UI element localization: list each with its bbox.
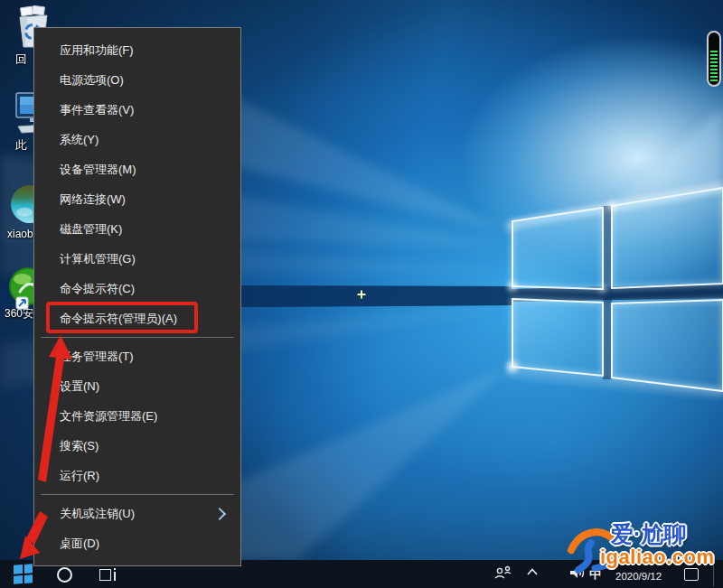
menu-item-power-options[interactable]: 电源选项(O) — [34, 65, 240, 95]
windows-logo-icon — [24, 574, 33, 583]
menu-item-system[interactable]: 系统(Y) — [34, 125, 240, 154]
menu-separator — [41, 494, 234, 495]
menu-item-desktop[interactable]: 桌面(D) — [34, 528, 240, 558]
volume-level-indicator — [707, 31, 721, 87]
submenu-chevron-icon — [213, 507, 226, 519]
cortana-search-button[interactable] — [57, 567, 72, 583]
menu-item-label: 设置(N) — [60, 378, 99, 395]
windows-desktop: 回 此 xiaob 360安 — [0, 0, 723, 588]
winx-menu: 应用和功能(F) 电源选项(O) 事件查看器(V) 系统(Y) 设备管理器(M)… — [33, 27, 241, 566]
menu-item-command-prompt[interactable]: 命令提示符(C) — [34, 274, 240, 303]
menu-item-label: 系统(Y) — [60, 132, 99, 148]
volume-level-bars — [710, 51, 718, 81]
menu-item-computer-management[interactable]: 计算机管理(G) — [34, 244, 240, 274]
menu-item-file-explorer[interactable]: 文件资源管理器(E) — [34, 401, 240, 431]
taskbar-date[interactable]: 2020/9/12 — [615, 571, 662, 582]
plus-icon — [361, 290, 362, 298]
people-button[interactable] — [493, 565, 513, 581]
action-center-icon[interactable] — [684, 568, 699, 581]
menu-item-label: 磁盘管理(K) — [60, 221, 122, 238]
menu-item-shutdown-signout[interactable]: 关机或注销(U) — [34, 499, 240, 528]
task-view-icon — [114, 572, 116, 581]
menu-item-task-manager[interactable]: 任务管理器(T) — [34, 341, 240, 371]
windows-logo-icon — [14, 575, 23, 584]
task-view-icon — [114, 568, 116, 570]
menu-item-label: 搜索(S) — [60, 438, 99, 454]
menu-item-label: 网络连接(W) — [60, 191, 126, 208]
windows-logo-icon — [14, 565, 23, 574]
volume-button[interactable] — [568, 565, 587, 580]
menu-item-label: 命令提示符(管理员)(A) — [60, 311, 177, 327]
tray-overflow-chevron-icon[interactable] — [526, 567, 539, 576]
menu-item-label: 设备管理器(M) — [60, 162, 136, 178]
show-desktop-divider — [713, 562, 714, 586]
task-view-icon — [99, 569, 111, 581]
menu-item-network-connections[interactable]: 网络连接(W) — [34, 184, 240, 214]
menu-item-label: 桌面(D) — [60, 536, 99, 552]
menu-item-settings[interactable]: 设置(N) — [34, 371, 240, 401]
menu-item-device-manager[interactable]: 设备管理器(M) — [34, 154, 240, 184]
menu-separator — [41, 337, 234, 338]
menu-item-label: 命令提示符(C) — [60, 281, 135, 297]
desktop-icon-label: xiaob — [7, 228, 33, 240]
menu-item-disk-management[interactable]: 磁盘管理(K) — [34, 214, 240, 244]
windows-logo-icon — [24, 564, 33, 573]
desktop-icon-label: 此 — [15, 137, 27, 154]
menu-item-label: 计算机管理(G) — [60, 251, 136, 267]
menu-item-command-prompt-admin[interactable]: 命令提示符(管理员)(A) — [34, 303, 240, 333]
menu-item-label: 电源选项(O) — [60, 72, 124, 89]
menu-item-label: 事件查看器(V) — [60, 102, 134, 118]
menu-item-event-viewer[interactable]: 事件查看器(V) — [34, 95, 240, 125]
menu-item-apps-features[interactable]: 应用和功能(F) — [34, 35, 240, 65]
start-button[interactable] — [14, 564, 33, 583]
menu-item-label: 文件资源管理器(E) — [60, 408, 157, 425]
menu-item-label: 运行(R) — [60, 468, 99, 484]
menu-item-label: 应用和功能(F) — [60, 42, 134, 59]
menu-item-run[interactable]: 运行(R) — [34, 461, 240, 490]
ime-indicator[interactable]: 中 — [589, 566, 601, 583]
menu-item-search[interactable]: 搜索(S) — [34, 431, 240, 461]
menu-item-label: 任务管理器(T) — [60, 349, 134, 365]
task-view-button[interactable] — [99, 568, 116, 581]
desktop-icon-label: 回 — [15, 51, 27, 68]
menu-item-label: 关机或注销(U) — [60, 506, 135, 522]
